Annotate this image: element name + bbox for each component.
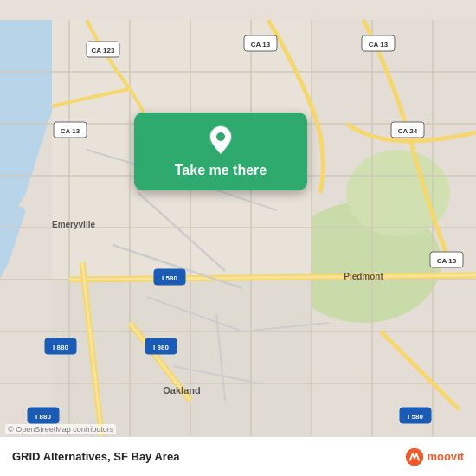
svg-text:CA 13: CA 13	[437, 257, 457, 265]
svg-text:CA 13: CA 13	[61, 127, 80, 135]
svg-text:Oakland: Oakland	[163, 385, 200, 396]
footer-title: GRID Alternatives, SF Bay Area	[12, 450, 179, 463]
location-pin-icon	[205, 125, 236, 156]
moovit-icon	[405, 447, 424, 466]
take-me-there-card[interactable]: Take me there	[134, 113, 307, 190]
svg-text:I 880: I 880	[35, 413, 51, 421]
moovit-text: moovit	[427, 450, 464, 463]
map-attribution: © OpenStreetMap contributors	[5, 424, 116, 434]
svg-text:Emeryville: Emeryville	[52, 220, 95, 229]
svg-text:I 980: I 980	[153, 344, 169, 351]
svg-point-63	[216, 132, 225, 141]
take-me-there-label: Take me there	[175, 163, 267, 178]
svg-text:CA 13: CA 13	[251, 41, 271, 48]
svg-text:I 580: I 580	[408, 413, 423, 421]
svg-text:Piedmont: Piedmont	[344, 272, 383, 281]
svg-text:I 880: I 880	[53, 344, 68, 351]
footer-bar: GRID Alternatives, SF Bay Area moovit	[0, 436, 476, 476]
svg-text:I 580: I 580	[162, 274, 177, 282]
svg-text:CA 123: CA 123	[92, 47, 115, 55]
map-container: CA 123 CA 13 CA 13 CA 13 CA 24 CA 13 I 5…	[0, 0, 476, 476]
svg-text:CA 24: CA 24	[398, 127, 418, 135]
moovit-logo: moovit	[405, 447, 464, 466]
map-background: CA 123 CA 13 CA 13 CA 13 CA 24 CA 13 I 5…	[0, 0, 476, 476]
svg-text:CA 13: CA 13	[369, 41, 389, 48]
